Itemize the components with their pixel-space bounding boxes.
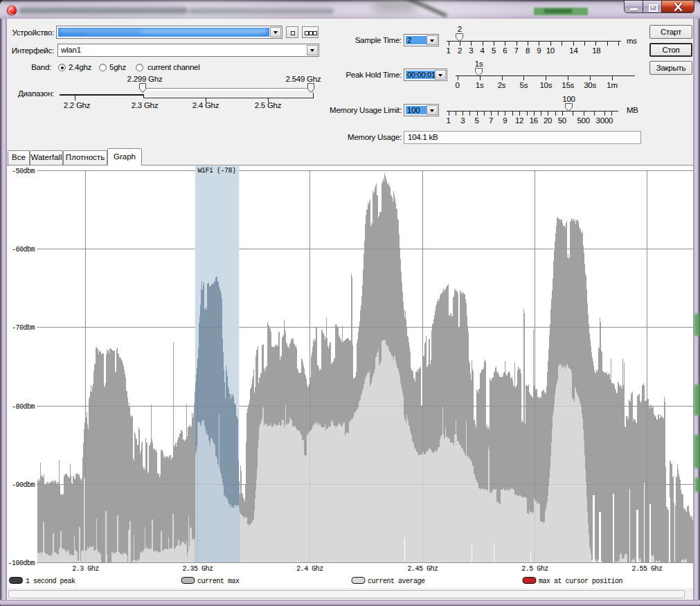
svg-text:2.45 Ghz: 2.45 Ghz [407, 565, 438, 573]
svg-text:max at cursor position: max at cursor position [539, 578, 623, 585]
svg-text:current average: current average [368, 578, 425, 585]
svg-text:-90dbm: -90dbm [12, 481, 35, 489]
svg-text:-100dbm: -100dbm [8, 560, 35, 567]
svg-text:WiFi (-78): WiFi (-78) [197, 167, 235, 175]
svg-text:1 second peak: 1 second peak [26, 578, 75, 585]
svg-text:current max: current max [197, 578, 240, 585]
svg-text:-60dbm: -60dbm [12, 246, 35, 253]
svg-text:-50dbm: -50dbm [12, 168, 35, 175]
svg-text:2.55 Ghz: 2.55 Ghz [631, 565, 663, 573]
svg-text:2.35 Ghz: 2.35 Ghz [182, 565, 213, 573]
svg-text:2.5 Ghz: 2.5 Ghz [521, 565, 548, 573]
svg-text:2.4 Ghz: 2.4 Ghz [296, 565, 323, 573]
svg-text:2.3 Ghz: 2.3 Ghz [72, 565, 99, 573]
svg-text:-70dbm: -70dbm [12, 324, 35, 332]
svg-text:-80dbm: -80dbm [12, 403, 35, 411]
